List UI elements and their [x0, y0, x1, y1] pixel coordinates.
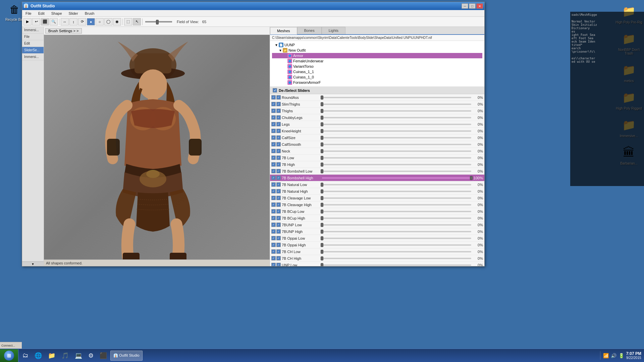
- slider-thumb-16[interactable]: [321, 203, 323, 207]
- slider-check-16[interactable]: ✓: [271, 202, 276, 207]
- slider-thumb-2[interactable]: [321, 109, 323, 113]
- toolbar-btn-9[interactable]: ○: [96, 18, 104, 25]
- slider-track-container-6[interactable]: [322, 136, 471, 140]
- toolbar-btn-4[interactable]: 🔍: [50, 18, 58, 25]
- toolbar-btn-6[interactable]: ↕: [69, 18, 77, 25]
- toolbar-btn-1[interactable]: ▶: [23, 18, 32, 25]
- slider-check2-16[interactable]: ✓: [276, 202, 281, 207]
- slider-check2-14[interactable]: ✓: [276, 189, 281, 193]
- taskbar-app1[interactable]: 💻: [72, 351, 85, 361]
- menu-slider[interactable]: Slider: [67, 11, 80, 16]
- slider-check2-5[interactable]: ✓: [276, 129, 281, 133]
- slider-check2-22[interactable]: ✓: [276, 243, 281, 247]
- slider-check2-11[interactable]: ✓: [276, 169, 281, 173]
- menu-brush[interactable]: Brush: [83, 11, 97, 16]
- tree-item-forsworn[interactable]: 🔷 ForswornArmorF: [272, 80, 482, 85]
- toolbar-btn-12[interactable]: ⬚: [124, 18, 132, 25]
- slider-check-4[interactable]: ✓: [271, 122, 276, 126]
- slider-track-container-11[interactable]: [322, 169, 471, 173]
- slider-thumb-0[interactable]: [321, 96, 323, 100]
- slider-check2-2[interactable]: ✓: [276, 109, 281, 113]
- slider-check-2[interactable]: ✓: [271, 109, 276, 113]
- slider-thumb-4[interactable]: [321, 122, 323, 126]
- tab-meshes[interactable]: Meshes: [270, 27, 297, 35]
- slider-check2-18[interactable]: ✓: [276, 216, 281, 220]
- slider-track-container-14[interactable]: [322, 189, 471, 193]
- taskbar-browser[interactable]: 🌐: [32, 351, 45, 361]
- sidebar-item-edit[interactable]: Edit: [22, 40, 44, 47]
- slider-check2-19[interactable]: ✓: [276, 223, 281, 227]
- slider-thumb-3[interactable]: [321, 116, 323, 120]
- slider-track-container-3[interactable]: [322, 116, 471, 120]
- slider-track-container-13[interactable]: [322, 183, 471, 187]
- slider-check2-4[interactable]: ✓: [276, 122, 281, 126]
- slider-track-container-21[interactable]: [322, 236, 471, 240]
- sidebar-item-4[interactable]: Immersi...: [22, 54, 44, 60]
- slider-check-1[interactable]: ✓: [271, 102, 276, 106]
- slider-thumb-6[interactable]: [321, 136, 323, 140]
- slider-check-5[interactable]: ✓: [271, 129, 276, 133]
- slider-check2-25[interactable]: ✓: [276, 263, 281, 266]
- slider-check-12[interactable]: ✓: [271, 176, 276, 180]
- slider-track-container-4[interactable]: [322, 122, 471, 126]
- slider-check-24[interactable]: ✓: [271, 256, 276, 260]
- slider-check2-20[interactable]: ✓: [276, 229, 281, 234]
- slider-thumb-1[interactable]: [321, 102, 323, 106]
- slider-track-container-9[interactable]: [322, 156, 471, 160]
- slider-check2-12[interactable]: ✓: [276, 176, 281, 180]
- slider-track-container-10[interactable]: [322, 163, 471, 167]
- tree-item-cuirass10[interactable]: 🔷 Cuirass_1_0: [272, 74, 482, 80]
- slider-check-6[interactable]: ✓: [271, 135, 276, 140]
- slider-thumb-10[interactable]: [321, 163, 323, 167]
- slider-thumb-25[interactable]: [321, 263, 323, 266]
- slider-check-23[interactable]: ✓: [271, 249, 276, 254]
- slider-track-container-5[interactable]: [322, 129, 471, 133]
- slider-track-container-15[interactable]: [322, 196, 471, 200]
- slider-thumb-13[interactable]: [321, 183, 323, 187]
- sidebar-item-0[interactable]: Immersi...: [22, 27, 44, 34]
- slider-track-container-25[interactable]: [322, 263, 471, 266]
- tree-item-variant-torso[interactable]: 🔷 VariantTorso: [272, 64, 482, 69]
- slider-thumb-17[interactable]: [321, 209, 323, 214]
- toolbar-btn-5[interactable]: ↔: [61, 18, 69, 25]
- slider-check2-0[interactable]: ✓: [276, 95, 281, 100]
- slider-thumb-15[interactable]: [321, 196, 323, 200]
- slider-check-3[interactable]: ✓: [271, 115, 276, 120]
- slider-track-container-24[interactable]: [322, 256, 471, 260]
- slider-check-9[interactable]: ✓: [271, 156, 276, 160]
- slider-track-container-1[interactable]: [322, 102, 471, 106]
- slider-check2-15[interactable]: ✓: [276, 196, 281, 200]
- slider-check-10[interactable]: ✓: [271, 162, 276, 167]
- slider-track-container-22[interactable]: [322, 243, 471, 247]
- toolbar-btn-8[interactable]: ●: [87, 18, 95, 25]
- fov-thumb[interactable]: [156, 20, 159, 24]
- slider-check-20[interactable]: ✓: [271, 229, 276, 234]
- slider-check-8[interactable]: ✓: [271, 149, 276, 153]
- toolbar-btn-2[interactable]: ↩: [32, 18, 40, 25]
- slider-thumb-5[interactable]: [321, 129, 323, 133]
- slider-track-container-16[interactable]: [322, 203, 471, 207]
- slider-track-container-0[interactable]: [322, 96, 471, 100]
- slider-check-21[interactable]: ✓: [271, 236, 276, 240]
- taskbar-folder[interactable]: 📁: [45, 351, 58, 361]
- slider-thumb-7[interactable]: [321, 142, 323, 146]
- minimize-button[interactable]: ─: [462, 3, 468, 9]
- slider-check-0[interactable]: ✓: [271, 95, 276, 100]
- maximize-button[interactable]: □: [469, 3, 476, 9]
- slider-check-17[interactable]: ✓: [271, 209, 276, 214]
- slider-check2-6[interactable]: ✓: [276, 135, 281, 140]
- slider-track-container-23[interactable]: [322, 250, 471, 254]
- tree-item-new-outfit[interactable]: ▼ 📁 New Outfit: [272, 48, 482, 53]
- taskbar-terminal[interactable]: ⬛: [97, 351, 110, 361]
- slider-check2-17[interactable]: ✓: [276, 209, 281, 214]
- sidebar-item-file[interactable]: File: [22, 34, 44, 40]
- slider-thumb-24[interactable]: [321, 256, 323, 260]
- menu-edit[interactable]: Edit: [36, 11, 47, 16]
- slider-thumb-23[interactable]: [321, 250, 323, 254]
- tree-item-armor[interactable]: 🔷 Armor: [272, 53, 482, 58]
- slider-check2-8[interactable]: ✓: [276, 149, 281, 153]
- slider-check2-9[interactable]: ✓: [276, 156, 281, 160]
- slider-check-13[interactable]: ✓: [271, 182, 276, 187]
- slider-thumb-22[interactable]: [321, 243, 323, 247]
- slider-check2-24[interactable]: ✓: [276, 256, 281, 260]
